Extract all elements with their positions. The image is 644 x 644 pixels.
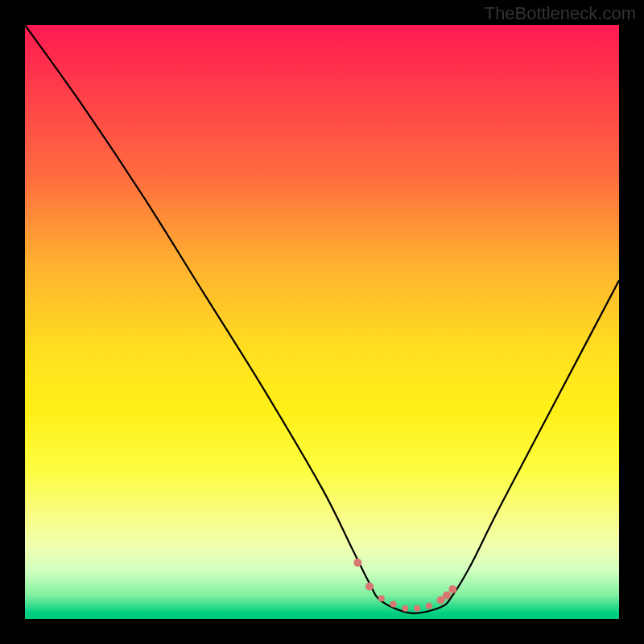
marker-dot	[402, 605, 408, 612]
marker-dot	[414, 605, 420, 612]
chart-svg	[25, 25, 619, 619]
marker-dot	[443, 591, 451, 599]
marker-dot	[390, 601, 397, 608]
marker-dot	[378, 595, 385, 601]
watermark-text: TheBottleneck.com	[485, 3, 636, 24]
marker-dot	[426, 603, 432, 609]
bottleneck-curve-path	[25, 25, 619, 613]
bottleneck-zone-markers	[353, 559, 456, 612]
marker-dot	[448, 585, 456, 593]
marker-dot	[365, 582, 374, 590]
marker-dot	[353, 559, 361, 567]
